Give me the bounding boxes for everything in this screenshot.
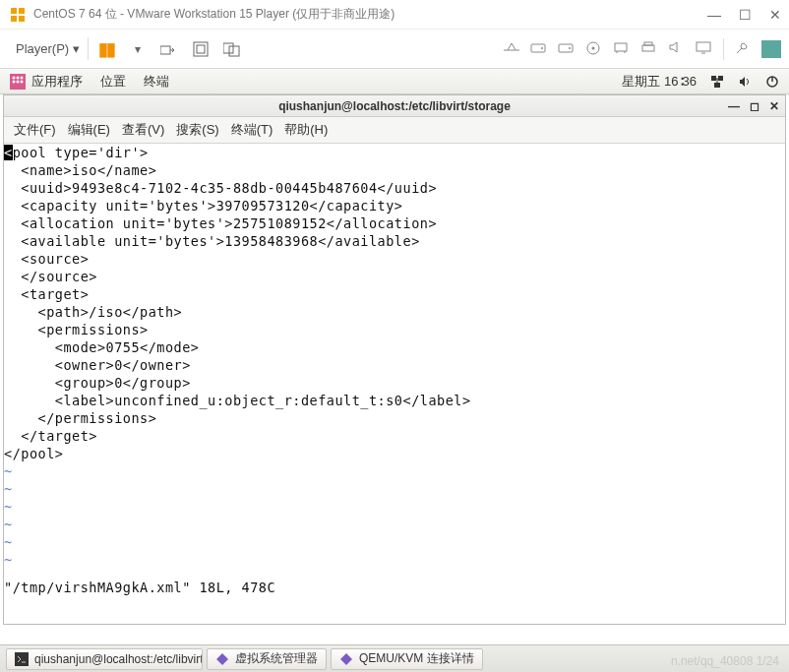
terminal-title-label: qiushanjun@localhost:/etc/libvirt/storag…	[278, 99, 511, 113]
display-icon[interactable]	[696, 40, 713, 58]
applications-icon	[10, 74, 26, 90]
svg-rect-1	[194, 42, 208, 56]
unity-icon[interactable]	[222, 39, 242, 59]
svg-point-6	[541, 47, 543, 49]
svg-rect-13	[644, 42, 652, 45]
code-line: <mode>0755</mode>	[4, 338, 785, 356]
code-line: <label>unconfined_u:object_r:default_t:s…	[4, 392, 785, 409]
code-line: <owner>0</owner>	[4, 356, 785, 374]
network-adapter-icon[interactable]	[613, 40, 631, 58]
code-line: <allocation unit='bytes'>25751089152</al…	[4, 214, 785, 232]
terminal-window: qiushanjun@localhost:/etc/libvirt/storag…	[3, 94, 786, 625]
window-title: CentOS 7 64 位 - VMware Workstation 15 Pl…	[33, 6, 707, 23]
svg-rect-14	[697, 42, 710, 51]
send-ctrl-alt-del-icon[interactable]	[159, 39, 179, 59]
code-line: </source>	[4, 268, 785, 285]
minimize-button[interactable]: —	[707, 7, 721, 23]
gnome-top-panel: 应用程序 位置 终端 星期五 16∶36	[0, 69, 789, 94]
network-status-icon[interactable]	[710, 75, 724, 89]
player-menu-label: Player(P)	[16, 41, 69, 56]
code-line: <source>	[4, 250, 785, 268]
taskbar-item-terminal[interactable]: qiushanjun@localhost:/etc/libvirt…	[6, 648, 203, 670]
gnome-taskbar: qiushanjun@localhost:/etc/libvirt… 虚拟系统管…	[0, 644, 789, 672]
close-button[interactable]: ✕	[769, 7, 781, 23]
fullscreen-icon[interactable]	[191, 39, 211, 59]
empty-line-tilde: ~	[4, 480, 785, 498]
maximize-vm-icon[interactable]	[761, 40, 781, 58]
svg-point-19	[13, 80, 16, 83]
terminal-minimize-button[interactable]: —	[728, 99, 740, 113]
harddrive-icon[interactable]	[530, 40, 548, 58]
code-line: <pool type='dir'>	[4, 144, 785, 161]
menu-search[interactable]: 搜索(S)	[176, 121, 218, 139]
svg-rect-26	[15, 652, 29, 666]
pause-icon[interactable]: ▮▮	[96, 39, 116, 59]
menu-view[interactable]: 查看(V)	[122, 121, 164, 139]
svg-point-21	[21, 80, 24, 83]
vmware-titlebar: CentOS 7 64 位 - VMware Workstation 15 Pl…	[0, 0, 789, 30]
taskbar-item-label: QEMU/KVM 连接详情	[359, 650, 474, 667]
menu-help[interactable]: 帮助(H)	[284, 121, 328, 139]
menu-file[interactable]: 文件(F)	[14, 121, 56, 139]
clock-label[interactable]: 星期五 16∶36	[622, 73, 697, 91]
svg-point-8	[569, 47, 571, 49]
code-line: <capacity unit='bytes'>39709573120</capa…	[4, 197, 785, 214]
code-line: <target>	[4, 285, 785, 303]
taskbar-item-virt-manager[interactable]: 虚拟系统管理器	[207, 648, 327, 670]
svg-rect-4	[229, 46, 239, 56]
terminal-content[interactable]: <pool type='dir'> <name>iso</name> <uuid…	[4, 144, 785, 624]
menu-terminal[interactable]: 终端(T)	[231, 121, 273, 139]
terminal-close-button[interactable]: ✕	[769, 99, 779, 113]
tools-icon[interactable]	[734, 40, 752, 58]
maximize-button[interactable]: ☐	[739, 7, 752, 23]
code-line: <path>/iso</path>	[4, 303, 785, 321]
terminal-maximize-button[interactable]: ◻	[750, 99, 759, 113]
code-line: <available unit='bytes'>13958483968</ava…	[4, 232, 785, 250]
taskbar-item-label: qiushanjun@localhost:/etc/libvirt…	[34, 652, 203, 666]
menu-edit[interactable]: 编辑(E)	[68, 121, 110, 139]
code-line: <uuid>9493e8c4-7102-4c35-88db-00445b4876…	[4, 179, 785, 197]
svg-point-16	[13, 76, 16, 79]
code-line: </target>	[4, 427, 785, 445]
toolbar-separator	[723, 38, 724, 60]
gnome-status-area: 星期五 16∶36	[622, 73, 779, 91]
svg-point-17	[17, 76, 20, 79]
chevron-down-icon: ▾	[73, 41, 80, 56]
network-icon[interactable]	[503, 40, 520, 58]
taskbar-item-qemu-kvm[interactable]: QEMU/KVM 连接详情	[331, 648, 483, 670]
virt-manager-icon	[215, 652, 229, 666]
empty-line-tilde: ~	[4, 533, 785, 551]
svg-point-10	[592, 46, 595, 49]
svg-point-18	[21, 76, 24, 79]
sound-icon[interactable]	[668, 40, 686, 58]
svg-rect-12	[642, 45, 654, 51]
empty-line-tilde: ~	[4, 498, 785, 516]
empty-line-tilde: ~	[4, 462, 785, 480]
svg-point-20	[17, 80, 20, 83]
applications-menu[interactable]: 应用程序	[31, 73, 83, 91]
power-status-icon[interactable]	[765, 75, 779, 89]
toolbar-right-icons	[503, 38, 781, 60]
terminal-titlebar: qiushanjun@localhost:/etc/libvirt/storag…	[4, 95, 785, 117]
dropdown-icon[interactable]: ▾	[128, 39, 148, 59]
terminal-launcher[interactable]: 终端	[144, 73, 169, 91]
vmware-logo-icon	[8, 5, 28, 25]
player-menu-button[interactable]: Player(P) ▾	[8, 37, 89, 60]
vmware-toolbar: Player(P) ▾ ▮▮ ▾	[0, 30, 789, 69]
svg-rect-11	[615, 43, 627, 51]
empty-line-tilde: ~	[4, 551, 785, 569]
svg-rect-2	[197, 45, 205, 53]
terminal-window-controls: — ◻ ✕	[728, 99, 779, 113]
window-controls: — ☐ ✕	[707, 7, 781, 23]
code-line: <permissions>	[4, 321, 785, 338]
harddrive2-icon[interactable]	[558, 40, 576, 58]
code-line: </permissions>	[4, 409, 785, 427]
printer-icon[interactable]	[640, 40, 658, 58]
vim-status-line: "/tmp/virshMA9gkA.xml" 18L, 478C	[4, 577, 785, 596]
taskbar-item-label: 虚拟系统管理器	[235, 650, 318, 667]
toolbar-left-icons: ▮▮ ▾	[96, 39, 242, 59]
places-menu[interactable]: 位置	[100, 73, 126, 91]
volume-status-icon[interactable]	[738, 75, 752, 89]
cdrom-icon[interactable]	[585, 40, 603, 58]
terminal-menubar: 文件(F) 编辑(E) 查看(V) 搜索(S) 终端(T) 帮助(H)	[4, 117, 785, 144]
